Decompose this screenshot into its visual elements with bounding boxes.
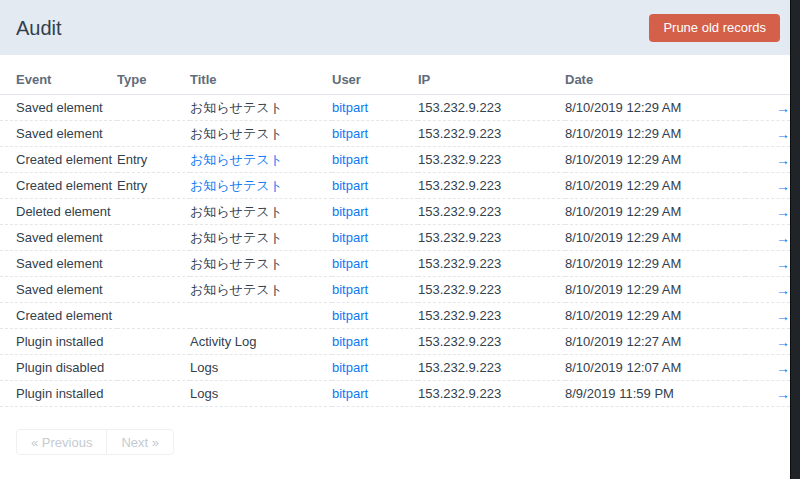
user-link[interactable]: bitpart xyxy=(332,256,368,271)
type-cell xyxy=(117,329,190,355)
arrow-cell: → xyxy=(745,173,790,199)
user-link[interactable]: bitpart xyxy=(332,282,368,297)
user-link[interactable]: bitpart xyxy=(332,152,368,167)
ip-cell: 153.232.9.223 xyxy=(418,225,565,251)
date-cell: 8/10/2019 12:29 AM xyxy=(565,199,745,225)
detail-arrow-icon[interactable]: → xyxy=(776,386,790,402)
user-link[interactable]: bitpart xyxy=(332,100,368,115)
table-row[interactable]: Saved element お知らせテスト bitpart 153.232.9.… xyxy=(0,251,790,277)
detail-arrow-icon[interactable]: → xyxy=(776,152,790,168)
event-cell: Saved element xyxy=(0,95,117,121)
page-header: Audit Prune old records xyxy=(0,0,800,55)
date-cell: 8/10/2019 12:29 AM xyxy=(565,147,745,173)
previous-page-button[interactable]: « Previous xyxy=(16,429,107,455)
title-cell: Logs xyxy=(190,381,332,407)
detail-arrow-icon[interactable]: → xyxy=(776,308,790,324)
user-cell: bitpart xyxy=(332,173,418,199)
event-cell: Plugin installed xyxy=(0,329,117,355)
audit-table: Event Type Title User IP Date Saved elem… xyxy=(0,72,790,407)
event-cell: Created element xyxy=(0,173,117,199)
table-row[interactable]: Saved element お知らせテスト bitpart 153.232.9.… xyxy=(0,121,790,147)
date-cell: 8/10/2019 12:29 AM xyxy=(565,277,745,303)
user-cell: bitpart xyxy=(332,355,418,381)
user-cell: bitpart xyxy=(332,277,418,303)
prune-old-records-button[interactable]: Prune old records xyxy=(649,14,780,42)
screen-right-edge-strip xyxy=(790,0,800,479)
detail-arrow-icon[interactable]: → xyxy=(776,100,790,116)
date-cell: 8/10/2019 12:07 AM xyxy=(565,355,745,381)
detail-arrow-icon[interactable]: → xyxy=(776,334,790,350)
detail-arrow-icon[interactable]: → xyxy=(776,230,790,246)
column-header-event: Event xyxy=(0,72,117,95)
detail-arrow-icon[interactable]: → xyxy=(776,178,790,194)
date-cell: 8/10/2019 12:29 AM xyxy=(565,251,745,277)
title-cell: お知らせテスト xyxy=(190,147,332,173)
column-header-user: User xyxy=(332,72,418,95)
type-cell xyxy=(117,251,190,277)
arrow-cell: → xyxy=(745,147,790,173)
detail-arrow-icon[interactable]: → xyxy=(776,256,790,272)
column-header-date: Date xyxy=(565,72,745,95)
type-cell xyxy=(117,225,190,251)
column-header-type: Type xyxy=(117,72,190,95)
user-link[interactable]: bitpart xyxy=(332,126,368,141)
user-link[interactable]: bitpart xyxy=(332,360,368,375)
table-row[interactable]: Created element bitpart 153.232.9.223 8/… xyxy=(0,303,790,329)
ip-cell: 153.232.9.223 xyxy=(418,121,565,147)
title-cell: Activity Log xyxy=(190,329,332,355)
arrow-cell: → xyxy=(745,303,790,329)
table-row[interactable]: Saved element お知らせテスト bitpart 153.232.9.… xyxy=(0,95,790,121)
arrow-cell: → xyxy=(745,95,790,121)
event-cell: Saved element xyxy=(0,121,117,147)
event-cell: Saved element xyxy=(0,225,117,251)
type-cell: Entry xyxy=(117,173,190,199)
table-row[interactable]: Created element Entry お知らせテスト bitpart 15… xyxy=(0,147,790,173)
type-cell xyxy=(117,277,190,303)
event-cell: Deleted element xyxy=(0,199,117,225)
user-link[interactable]: bitpart xyxy=(332,230,368,245)
user-cell: bitpart xyxy=(332,381,418,407)
table-row[interactable]: Plugin installed Activity Log bitpart 15… xyxy=(0,329,790,355)
user-link[interactable]: bitpart xyxy=(332,308,368,323)
user-link[interactable]: bitpart xyxy=(332,204,368,219)
table-row[interactable]: Plugin installed Logs bitpart 153.232.9.… xyxy=(0,381,790,407)
ip-cell: 153.232.9.223 xyxy=(418,173,565,199)
user-link[interactable]: bitpart xyxy=(332,178,368,193)
table-row[interactable]: Plugin disabled Logs bitpart 153.232.9.2… xyxy=(0,355,790,381)
next-page-button[interactable]: Next » xyxy=(106,429,174,455)
type-cell xyxy=(117,381,190,407)
table-row[interactable]: Deleted element お知らせテスト bitpart 153.232.… xyxy=(0,199,790,225)
user-cell: bitpart xyxy=(332,199,418,225)
column-header-actions xyxy=(745,72,790,95)
table-row[interactable]: Saved element お知らせテスト bitpart 153.232.9.… xyxy=(0,225,790,251)
user-link[interactable]: bitpart xyxy=(332,334,368,349)
detail-arrow-icon[interactable]: → xyxy=(776,204,790,220)
date-cell: 8/10/2019 12:29 AM xyxy=(565,121,745,147)
date-cell: 8/9/2019 11:59 PM xyxy=(565,381,745,407)
arrow-cell: → xyxy=(745,251,790,277)
ip-cell: 153.232.9.223 xyxy=(418,277,565,303)
event-cell: Created element xyxy=(0,303,117,329)
arrow-cell: → xyxy=(745,225,790,251)
date-cell: 8/10/2019 12:29 AM xyxy=(565,173,745,199)
title-cell: お知らせテスト xyxy=(190,251,332,277)
type-cell xyxy=(117,199,190,225)
column-header-ip: IP xyxy=(418,72,565,95)
arrow-cell: → xyxy=(745,355,790,381)
table-row[interactable]: Saved element お知らせテスト bitpart 153.232.9.… xyxy=(0,277,790,303)
ip-cell: 153.232.9.223 xyxy=(418,147,565,173)
user-cell: bitpart xyxy=(332,329,418,355)
title-cell xyxy=(190,303,332,329)
detail-arrow-icon[interactable]: → xyxy=(776,282,790,298)
event-cell: Saved element xyxy=(0,277,117,303)
date-cell: 8/10/2019 12:29 AM xyxy=(565,95,745,121)
title-cell: お知らせテスト xyxy=(190,95,332,121)
page-title: Audit xyxy=(16,18,62,38)
detail-arrow-icon[interactable]: → xyxy=(776,360,790,376)
user-link[interactable]: bitpart xyxy=(332,386,368,401)
title-cell: お知らせテスト xyxy=(190,277,332,303)
type-cell xyxy=(117,95,190,121)
detail-arrow-icon[interactable]: → xyxy=(776,126,790,142)
table-row[interactable]: Created element Entry お知らせテスト bitpart 15… xyxy=(0,173,790,199)
audit-table-body: Saved element お知らせテスト bitpart 153.232.9.… xyxy=(0,95,790,407)
